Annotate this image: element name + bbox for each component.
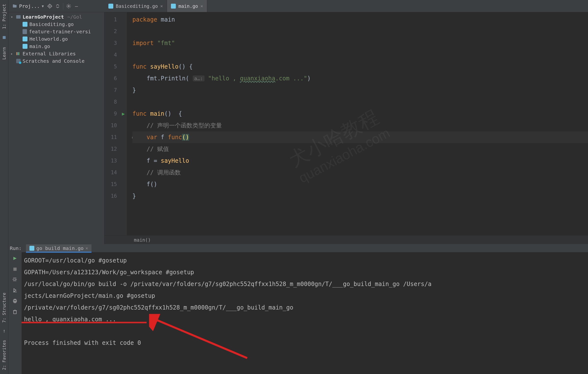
gutter-line: 3 (104, 37, 126, 49)
project-tree[interactable]: ▾ LearnGoProject ~/Gol Basicediting.go f… (8, 12, 104, 244)
editor-tabs: Basicediting.go × main.go × (104, 0, 588, 12)
locate-button[interactable] (46, 2, 54, 10)
settings-button[interactable] (65, 2, 73, 10)
toolwindow-tab-learn[interactable]: Learn (1, 43, 8, 63)
tree-file[interactable]: Helloworld.go (8, 35, 104, 43)
run-output[interactable]: GOROOT=/usr/local/go #gosetup GOPATH=/Us… (22, 252, 588, 374)
code-line: func sayHello() { (132, 61, 588, 73)
editor-gutter[interactable]: 1 2 3 4 5 6 7 8 9▶ 10 11 12 13 14 (104, 12, 127, 235)
svg-rect-12 (19, 52, 19, 55)
clear-all-button[interactable] (11, 308, 19, 315)
file-label: feature-trainer-versi (29, 29, 91, 35)
chevron-down-icon: ▼ (42, 4, 44, 8)
gutter-line: 16 (104, 190, 126, 202)
print-button[interactable] (11, 297, 19, 305)
tree-file[interactable]: main.go (8, 43, 104, 50)
gutter-line: 10 (104, 120, 126, 131)
toolwindow-tab-learn-icon[interactable] (2, 33, 6, 43)
svg-rect-10 (16, 52, 17, 55)
gopher-icon (108, 4, 113, 9)
gutter-line: 1 (104, 14, 126, 25)
left-toolwindow-gutter: 1: Project Learn 7: Structure 2: Favorit… (0, 0, 8, 374)
library-icon (16, 52, 21, 56)
run-panel-header: Run: go build main.go × (8, 244, 588, 252)
toolwindow-tab-label: 7: Structure (2, 293, 7, 323)
stop-button[interactable]: ■ (11, 265, 19, 272)
close-icon[interactable]: × (201, 3, 203, 9)
file-label: Helloworld.go (29, 36, 68, 42)
toolwindow-tab-label: 2: Favorites (2, 340, 7, 370)
gutter-line: 13 (104, 155, 126, 167)
expand-all-button[interactable] (54, 2, 62, 10)
code-line: // 声明一个函数类型的变量 (132, 120, 588, 131)
run-config-tab[interactable]: go build main.go × (26, 244, 91, 252)
code-line: // 调用函数 (132, 167, 588, 178)
gutter-line: 15 (104, 178, 126, 190)
code-line: package main (132, 14, 588, 25)
annotation-underline (22, 322, 147, 323)
gutter-line: 5 (104, 61, 126, 73)
external-libraries[interactable]: ▸ External Libraries (8, 50, 104, 57)
annotation-arrow (149, 314, 252, 361)
tree-root[interactable]: ▾ LearnGoProject ~/Gol (8, 13, 104, 21)
tab-label: Basicediting.go (116, 3, 158, 9)
gutter-line: 14 (104, 167, 126, 178)
file-label: Basicediting.go (29, 21, 74, 27)
gutter-line: 9▶ (104, 108, 126, 120)
param-hint: a…: (193, 75, 205, 81)
project-path: ~/Gol (67, 14, 82, 20)
gutter-line: 6 (104, 73, 126, 84)
close-icon[interactable]: × (160, 3, 163, 9)
project-name: LearnGoProject (23, 14, 64, 20)
project-toolbar: Proj... ▼ — (8, 0, 104, 12)
run-panel-title: Run: (10, 245, 22, 251)
gutter-line: 12 (104, 143, 126, 155)
project-view-combo[interactable]: Proj... ▼ (10, 2, 46, 10)
breadcrumb-item[interactable]: main() (134, 237, 151, 243)
toolwindow-tab-favorites[interactable]: 2: Favorites (1, 336, 8, 374)
soft-wrap-button[interactable] (11, 276, 19, 283)
svg-rect-15 (14, 301, 16, 303)
gopher-icon (29, 246, 34, 251)
svg-rect-14 (14, 299, 16, 300)
run-panel: Run: go build main.go × ▶ ■ (8, 244, 588, 374)
svg-point-9 (68, 5, 69, 7)
toolwindow-tab-structure[interactable]: 7: Structure (1, 289, 8, 327)
rerun-button[interactable]: ▶ (11, 254, 19, 262)
tab-main[interactable]: main.go × (167, 0, 207, 12)
editor: 1 2 3 4 5 6 7 8 9▶ 10 11 12 13 14 (104, 12, 588, 244)
svg-rect-11 (17, 52, 18, 55)
tree-file[interactable]: Basicediting.go (8, 21, 104, 28)
ext-libs-label: External Libraries (23, 51, 76, 57)
breadcrumb[interactable]: main() (104, 235, 588, 244)
gopher-icon (23, 22, 27, 27)
svg-rect-2 (13, 4, 15, 5)
separator (63, 3, 63, 9)
svg-rect-0 (3, 36, 6, 39)
code-area[interactable]: package main import "fmt" func sayHello(… (127, 12, 588, 235)
project-view-label: Proj... (19, 3, 40, 9)
gutter-line: 7 (104, 84, 126, 96)
code-line: } (132, 84, 588, 96)
run-gutter-icon[interactable]: ▶ (122, 111, 125, 117)
gutter-line: 2 (104, 25, 126, 37)
file-label: main.go (29, 43, 50, 49)
tab-basicediting[interactable]: Basicediting.go × (104, 0, 167, 12)
scratches-and-consoles[interactable]: Scratches and Console (8, 57, 104, 65)
toolwindow-tab-project[interactable]: 1: Project (1, 0, 8, 33)
svg-rect-16 (14, 311, 16, 314)
minimize-button[interactable]: — (73, 2, 80, 10)
gutter-line: 4 (104, 49, 126, 61)
close-icon[interactable]: × (86, 246, 88, 251)
toolwindow-tab-pin-icon[interactable] (2, 327, 6, 336)
tree-file[interactable]: feature-trainer-versi (8, 28, 104, 35)
run-tab-label: go build main.go (36, 245, 84, 251)
scroll-to-end-button[interactable] (11, 287, 19, 294)
svg-point-4 (49, 5, 50, 7)
tab-label: main.go (178, 3, 198, 9)
code-line: func main() { (132, 108, 588, 120)
scratches-label: Scratches and Console (23, 58, 85, 64)
gopher-icon (171, 4, 176, 9)
folder-icon (16, 15, 21, 19)
code-line: f() (132, 178, 588, 190)
